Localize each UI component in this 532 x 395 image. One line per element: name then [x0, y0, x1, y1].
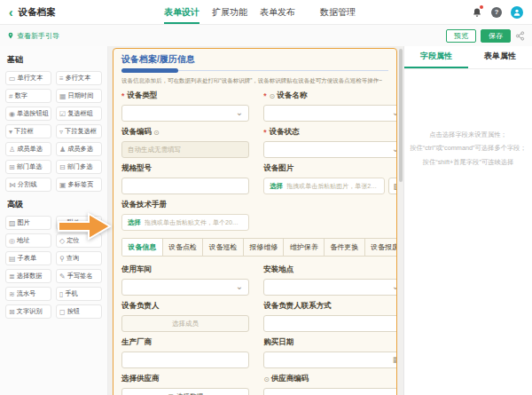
form-description[interactable]: 设备信息添加后，可在数据列表处打印“设备标识牌”，设备标识牌贴在设备处可方便设备… — [121, 77, 388, 85]
field-type-dropdown[interactable]: ▾下拉框 — [5, 124, 51, 138]
device-type-select[interactable]: ⌄ — [121, 105, 249, 122]
workshop-select[interactable]: ⌄ — [121, 279, 249, 296]
field-manufacturer[interactable]: 生产厂商 — [121, 337, 249, 368]
tab-scrap[interactable]: 设备报废 — [365, 239, 397, 256]
tab-extensions[interactable]: 扩展功能 — [212, 0, 247, 24]
field-type-address[interactable]: ◎地址 — [5, 233, 51, 248]
field-device-image[interactable]: 设备图片 选择 拖拽或单击后粘贴图片，单张20M… ▨ — [263, 163, 397, 194]
field-type-radio-group[interactable]: ◉单选按钮组 — [5, 107, 51, 121]
select-data-icon: ≣ — [9, 273, 15, 280]
field-device-manual[interactable]: 设备技术手册 选择 拖拽或单击后粘贴文件，单个20M以内 — [121, 200, 249, 231]
chevron-down-icon: ⌄ — [392, 107, 397, 117]
field-device-type[interactable]: 设备类型 ⌄ — [121, 91, 249, 122]
tab-repair[interactable]: 报修维修 — [244, 239, 285, 256]
field-type-single-line-text[interactable]: ▭单行文本 — [5, 71, 51, 85]
manager-contact-input[interactable] — [263, 315, 397, 332]
field-install-location[interactable]: 安装地点 ⌄ — [263, 265, 397, 296]
install-location-select[interactable]: ⌄ — [263, 279, 397, 296]
device-image-upload[interactable]: 选择 拖拽或单击后粘贴图片，单张20M… — [263, 178, 385, 194]
share-icon[interactable] — [515, 31, 525, 41]
device-code-input[interactable]: 自动生成无需填写 — [121, 141, 249, 158]
field-type-multi-line-text[interactable]: ≡多行文本 — [56, 71, 102, 85]
field-select-supplier[interactable]: 选择供应商 ≣选择数据 — [121, 374, 249, 395]
dropdown-multi-icon: ▿ — [59, 128, 63, 136]
field-type-phone[interactable]: ▯手机 — [56, 287, 102, 301]
select-member-button[interactable]: 选择成员 — [121, 315, 249, 332]
field-type-attachment[interactable]: ⊘附件 — [56, 216, 102, 230]
canvas-scrollbar[interactable] — [399, 49, 403, 182]
field-type-location[interactable]: ◇定位 — [56, 233, 102, 248]
form-designer-app: ‹ 设备档案 表单设计 扩展功能 表单发布 数据管理 ? 查看新手引导 预览 保… — [0, 0, 532, 395]
tab-field-properties[interactable]: 字段属性 — [404, 46, 468, 68]
field-type-select-data[interactable]: ≣选择数据 — [5, 269, 51, 283]
form-section-title[interactable]: 设备档案/履历信息 — [121, 53, 388, 66]
multi-line-text-icon: ≡ — [59, 75, 64, 83]
notification-bell-icon[interactable] — [472, 6, 482, 18]
device-status-select[interactable]: ⌄ — [263, 141, 397, 158]
section-title-basic: 基础 — [7, 54, 102, 66]
subform-icon: ▤ — [9, 255, 16, 263]
field-type-signature[interactable]: ✎手写签名 — [56, 269, 102, 283]
supplier-code-input[interactable] — [263, 388, 397, 395]
tab-spot-check[interactable]: 设备点检 — [163, 239, 204, 256]
beginner-guide-link[interactable]: 查看新手引导 — [7, 31, 59, 41]
help-icon[interactable]: ? — [491, 7, 502, 18]
tab-spare-parts[interactable]: 备件更换 — [325, 239, 365, 256]
field-type-number[interactable]: #数字 — [5, 89, 51, 103]
field-spec-model[interactable]: 规格型号 — [121, 163, 249, 194]
field-type-datetime[interactable]: ▦日期时间 — [56, 89, 102, 103]
field-purchase-date[interactable]: 购买日期 ▦ — [263, 337, 397, 368]
property-inspector: 字段属性 表单属性 点击选择字段来设置属性； 按住“ctrl”或“command… — [403, 46, 532, 395]
field-manager-contact[interactable]: 设备负责人联系方式 — [263, 301, 397, 332]
field-device-code[interactable]: 设备编码⊙ 自动生成无需填写 — [121, 127, 249, 158]
field-type-dropdown-multi[interactable]: ▿下拉复选框 — [56, 124, 102, 138]
purchase-date-input[interactable]: ▦ — [263, 352, 397, 368]
form-container: 设备档案/履历信息 设备信息添加后，可在数据列表处打印“设备标识牌”，设备标识牌… — [113, 48, 397, 395]
field-type-divider[interactable]: ⋈分割线 — [5, 178, 51, 192]
manufacturer-input[interactable] — [121, 352, 249, 368]
field-type-multi-tab-page[interactable]: ▣多标签页 — [56, 178, 102, 192]
field-type-member-single[interactable]: ♙成员单选 — [5, 142, 51, 156]
field-device-status[interactable]: 设备状态 ⌄ — [263, 127, 397, 158]
field-type-image[interactable]: ▨图片 — [5, 216, 51, 230]
back-icon[interactable]: ‹ — [9, 6, 13, 19]
spec-model-input[interactable] — [121, 178, 249, 194]
select-data-button[interactable]: ≣选择数据 — [121, 388, 249, 395]
field-type-checkbox-group[interactable]: ☑复选框组 — [56, 107, 102, 121]
tab-form-design[interactable]: 表单设计 — [164, 0, 200, 24]
preview-button[interactable]: 预览 — [446, 29, 476, 43]
tab-form-publish[interactable]: 表单发布 — [260, 0, 295, 24]
device-manual-upload[interactable]: 选择 拖拽或单击后粘贴文件，单个20M以内 — [121, 214, 249, 231]
field-type-ocr[interactable]: ⊠文字识别 — [5, 304, 51, 319]
title-progress-bar — [121, 68, 388, 73]
save-button[interactable]: 保存 — [481, 29, 511, 43]
field-supplier-code[interactable]: ⊙供应商编码 — [263, 374, 397, 395]
field-type-dept-multi[interactable]: ⊟部门多选 — [56, 160, 102, 174]
field-type-button[interactable]: ◻按钮 — [56, 304, 102, 319]
field-type-dept-single[interactable]: ⊞部门单选 — [5, 160, 51, 174]
field-device-manager[interactable]: 设备负责人 选择成员 — [121, 301, 249, 332]
device-name-select[interactable]: ⌄ — [263, 105, 397, 122]
field-type-serial-number[interactable]: ≋流水号 — [5, 287, 51, 301]
user-avatar[interactable] — [511, 6, 523, 19]
tab-device-info[interactable]: 设备信息 — [122, 239, 163, 256]
chevron-down-icon: ⌄ — [392, 144, 397, 154]
tab-data-management[interactable]: 数据管理 — [320, 0, 356, 24]
phone-icon: ▯ — [59, 290, 63, 298]
link-icon: ⊙ — [153, 129, 160, 137]
form-tab-strip: 设备信息 设备点检 设备巡检 报修维修 维护保养 备件更换 设备报废 — [121, 238, 397, 257]
image-library-icon[interactable]: ▨ — [388, 178, 397, 194]
tab-form-properties[interactable]: 表单属性 — [468, 46, 532, 68]
tab-maintenance[interactable]: 维护保养 — [284, 239, 325, 256]
attachment-icon: ⊘ — [59, 219, 66, 227]
divider-icon: ⋈ — [9, 181, 16, 189]
field-type-subform[interactable]: ▤子表单 — [5, 251, 51, 265]
inspector-empty-hint: 点击选择字段来设置属性； 按住“ctrl”或“command”可选择多个字段； … — [404, 128, 532, 169]
field-device-name[interactable]: ⊙设备名称 ⌄ — [263, 91, 397, 122]
field-type-query[interactable]: ⚲查询 — [56, 251, 102, 265]
chevron-down-icon: ⌄ — [236, 107, 243, 117]
tab-patrol-inspection[interactable]: 设备巡检 — [203, 239, 244, 256]
field-type-member-multi[interactable]: ♟成员多选 — [56, 142, 102, 156]
field-workshop[interactable]: 使用车间 ⌄ — [121, 265, 249, 296]
radio-group-icon: ◉ — [9, 110, 15, 118]
